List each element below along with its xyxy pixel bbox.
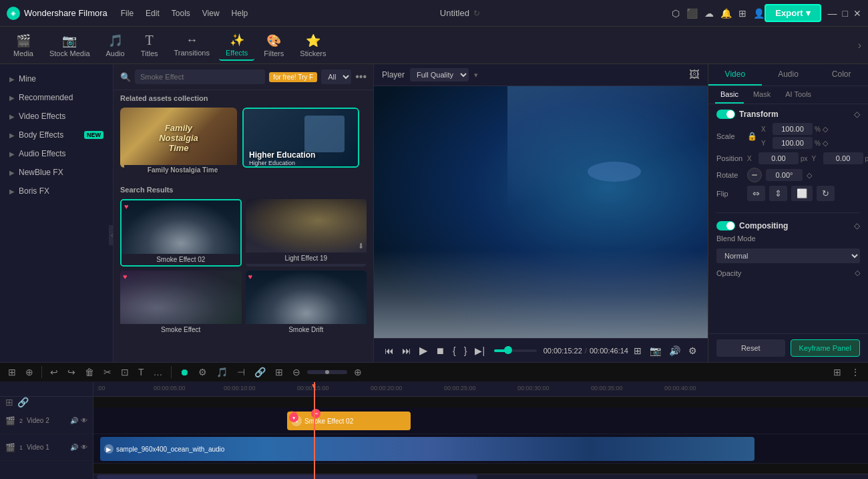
tl-minus-btn[interactable]: ⊖	[290, 365, 303, 379]
tl-redo-btn[interactable]: ↪	[65, 365, 78, 379]
toolbar-effects[interactable]: ✨ Effects	[219, 30, 254, 61]
tl-crop-btn[interactable]: ⊡	[118, 365, 132, 379]
compositing-reset[interactable]: ◇	[854, 221, 860, 230]
rotate-input[interactable]	[766, 169, 803, 181]
sidebar-collapse-btn[interactable]: ‹	[109, 225, 114, 245]
search-input[interactable]	[135, 69, 265, 84]
sidebar-item-mine[interactable]: ▶ Mine	[0, 69, 113, 88]
tl-settings-btn[interactable]: ⚙	[196, 365, 210, 379]
transform-header[interactable]: Transform ◇	[716, 110, 860, 119]
tl-layout-btn[interactable]: ⊞	[5, 365, 19, 379]
video1-vol[interactable]: 🔊	[70, 444, 78, 451]
scrollbar-thumb[interactable]	[97, 475, 477, 479]
transform-toggle[interactable]	[716, 110, 735, 119]
tl-more-btn[interactable]: …	[151, 365, 166, 379]
tab-audio[interactable]: Audio	[762, 64, 815, 86]
tl-overflow-btn[interactable]: ⋮	[848, 365, 863, 379]
flip-vertical-btn[interactable]: ⇕	[769, 186, 787, 201]
flip-horizontal-btn[interactable]: ⇔	[747, 186, 765, 201]
sound-icon[interactable]: 🔔	[720, 8, 732, 19]
minimize-button[interactable]: —	[828, 8, 837, 19]
tl-attach-btn[interactable]: 🔗	[252, 365, 268, 379]
skip-back-btn[interactable]: ⏮	[382, 344, 397, 357]
tl-undo-btn[interactable]: ↩	[47, 365, 61, 379]
settings-btn[interactable]: ⚙	[686, 344, 700, 357]
account-icon[interactable]: 👤	[753, 8, 765, 19]
scale-y-input[interactable]	[773, 137, 813, 149]
result-smoke02[interactable]: ♥ Smoke Effect 02	[120, 199, 242, 267]
reset-button[interactable]: Reset	[716, 339, 785, 357]
step-back-btn[interactable]: ⏭	[399, 344, 414, 357]
mark-out-btn[interactable]: }	[461, 344, 470, 357]
add-to-timeline-btn[interactable]: ⊞	[631, 344, 644, 357]
toolbar-audio[interactable]: 🎵 Audio	[99, 31, 132, 60]
menu-file[interactable]: File	[121, 9, 134, 18]
sidebar-item-audio-effects[interactable]: ▶ Audio Effects	[0, 144, 113, 163]
apps-icon[interactable]: ⊞	[738, 8, 746, 19]
maximize-button[interactable]: □	[843, 8, 848, 19]
keyframe-panel-button[interactable]: Keyframe Panel	[791, 339, 861, 357]
tl-text-btn[interactable]: T	[136, 365, 147, 379]
result-light19[interactable]: ⬇ Light Effect 19	[246, 199, 367, 267]
video2-vol[interactable]: 🔊	[70, 417, 78, 424]
pos-y-input[interactable]	[823, 152, 863, 164]
export-button[interactable]: Export ▾	[765, 4, 821, 22]
tl-audio-btn[interactable]: 🎵	[214, 365, 230, 379]
compositing-header[interactable]: Compositing ◇	[716, 221, 860, 230]
volume-btn[interactable]: 🔊	[666, 344, 683, 357]
sidebar-item-video-effects[interactable]: ▶ Video Effects	[0, 107, 113, 126]
asset-family-card[interactable]: FamilyNostalgia Time Family Nostalgia Ti…	[120, 108, 237, 179]
sidebar-item-newblue[interactable]: ▶ NewBlue FX	[0, 163, 113, 182]
menu-edit[interactable]: Edit	[146, 9, 160, 18]
cloud-icon[interactable]: ☁	[704, 8, 714, 19]
tl-record-btn[interactable]: ⏺	[177, 365, 192, 379]
menu-view[interactable]: View	[202, 9, 220, 18]
flip-square-btn[interactable]: ⬜	[791, 186, 813, 201]
tl-plus-btn[interactable]: ⊕	[351, 365, 365, 379]
blend-mode-select[interactable]: Normal Multiply Screen Overlay	[716, 249, 860, 263]
compositing-toggle[interactable]	[716, 221, 735, 230]
tl-split-btn[interactable]: ⊣	[234, 365, 248, 379]
outline-basic[interactable]: Basic	[715, 86, 744, 104]
tl-group-btn[interactable]: ⊞	[272, 365, 286, 379]
save-icon[interactable]: ⬛	[686, 8, 698, 19]
zoom-slider[interactable]	[307, 370, 347, 374]
menu-tools[interactable]: Tools	[172, 9, 190, 18]
sidebar-item-recommended[interactable]: ▶ Recommended	[0, 88, 113, 107]
playhead[interactable]	[314, 382, 315, 479]
stop-btn[interactable]: ⏹	[433, 344, 447, 357]
link-tracks-btn[interactable]: 🔗	[17, 397, 29, 408]
close-button[interactable]: ✕	[853, 8, 861, 19]
tl-cut-btn[interactable]: ✂	[101, 365, 114, 379]
mark-in-btn[interactable]: {	[450, 344, 459, 357]
asset-higher-card[interactable]: Higher Education Higher Education	[242, 108, 359, 179]
tl-grid-btn[interactable]: ⊞	[831, 365, 844, 379]
tab-video[interactable]: Video	[708, 64, 762, 86]
result-3[interactable]: ♥ Smoke Effect	[120, 271, 242, 335]
scale-x-input[interactable]	[773, 123, 813, 135]
toolbar-filters[interactable]: 🎨 Filters	[257, 31, 290, 60]
toolbar-media[interactable]: 🎬 Media	[7, 31, 40, 60]
tl-delete-btn[interactable]: 🗑	[82, 365, 97, 379]
scale-lock[interactable]: 🔒	[747, 132, 757, 141]
toolbar-titles[interactable]: T Titles	[134, 30, 165, 60]
rotate-dial[interactable]	[747, 168, 762, 182]
video-clip[interactable]: ▶ sample_960x400_ocean_with_audio	[100, 437, 754, 461]
screenshot-icon[interactable]: 🖼	[689, 69, 700, 81]
progress-handle[interactable]	[504, 346, 512, 354]
transform-reset[interactable]: ◇	[854, 110, 860, 119]
play-btn[interactable]: ▶	[417, 343, 430, 358]
share-icon[interactable]: ⬡	[672, 8, 680, 19]
scale-x-reset[interactable]: ◇	[823, 125, 828, 134]
quality-select[interactable]: Full Quality	[410, 68, 469, 82]
sidebar-item-boris[interactable]: ▶ Boris FX	[0, 182, 113, 200]
video1-eye[interactable]: 👁	[81, 444, 87, 451]
pos-x-input[interactable]	[758, 152, 799, 164]
add-track-btn[interactable]: ⊞	[5, 397, 13, 408]
flip-rotate-btn[interactable]: ↻	[817, 186, 835, 201]
clip-btn[interactable]: ▶|	[472, 344, 487, 357]
filter-select[interactable]: All	[321, 69, 351, 84]
smoke-clip[interactable]: ♥ Smoke Effect 02 ♥	[287, 412, 411, 430]
video2-eye[interactable]: 👁	[81, 417, 87, 424]
toolbar-stock[interactable]: 📷 Stock Media	[43, 31, 97, 60]
